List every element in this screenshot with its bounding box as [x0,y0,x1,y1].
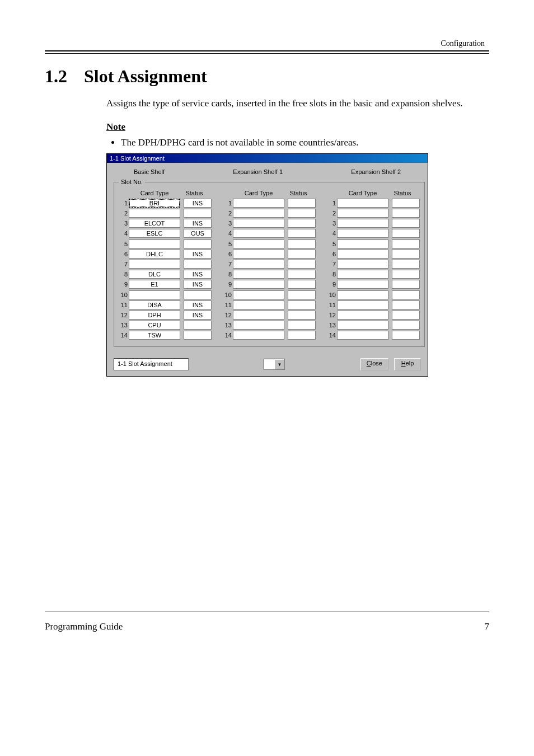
status-cell[interactable] [392,311,420,320]
help-button[interactable]: Help [394,358,421,370]
card-type-cell[interactable] [337,199,388,208]
status-cell[interactable] [288,290,316,299]
status-cell[interactable] [184,260,212,269]
card-type-cell[interactable] [337,209,388,218]
status-cell[interactable]: INS [184,250,212,259]
card-type-cell[interactable]: DLC [129,270,180,279]
card-type-cell[interactable]: ELCOT [129,219,180,228]
card-type-cell[interactable] [337,300,388,309]
card-type-cell[interactable] [129,290,180,299]
card-type-cell[interactable] [129,260,180,269]
slot-number: 4 [223,230,233,237]
card-type-cell[interactable] [337,331,388,340]
navigation-field[interactable]: 1-1 Slot Assignment [114,358,189,370]
status-cell[interactable] [392,321,420,330]
status-cell[interactable] [288,300,316,309]
card-type-cell[interactable] [233,290,284,299]
card-type-cell[interactable] [233,321,284,330]
status-cell[interactable] [288,270,316,279]
status-cell[interactable] [288,229,316,238]
status-cell[interactable] [288,321,316,330]
status-cell[interactable]: INS [184,300,212,309]
card-type-cell[interactable] [337,280,388,289]
status-cell[interactable] [392,199,420,208]
card-type-cell[interactable]: ESLC [129,229,180,238]
card-type-cell[interactable]: E1 [129,280,180,289]
status-cell[interactable] [392,219,420,228]
slot-row: 3 [327,219,420,228]
status-cell[interactable] [288,331,316,340]
status-cell[interactable] [288,250,316,259]
status-cell[interactable] [288,260,316,269]
status-cell[interactable] [392,300,420,309]
card-type-cell[interactable]: DPH [129,311,180,320]
status-cell[interactable] [184,290,212,299]
card-type-cell[interactable] [129,209,180,218]
status-cell[interactable]: INS [184,199,212,208]
status-cell[interactable] [392,250,420,259]
card-type-cell[interactable] [337,240,388,248]
card-type-cell[interactable] [337,270,388,279]
slot-row: 1 [223,198,316,208]
card-type-cell[interactable]: DHLC [129,250,180,259]
status-cell[interactable]: INS [184,280,212,289]
status-cell[interactable]: INS [184,219,212,228]
card-type-cell[interactable] [233,331,284,340]
status-cell[interactable] [288,240,316,248]
status-cell[interactable] [392,270,420,279]
status-cell[interactable] [184,209,212,218]
status-cell[interactable] [392,331,420,340]
card-type-cell[interactable] [337,321,388,330]
card-type-cell[interactable] [337,290,388,299]
card-type-cell[interactable] [233,199,284,208]
card-type-cell[interactable] [129,240,180,248]
card-type-cell[interactable] [233,280,284,289]
card-type-cell[interactable] [337,311,388,320]
slot-row: 14TSW [119,331,212,340]
status-cell[interactable]: OUS [184,229,212,238]
card-type-cell[interactable] [337,229,388,238]
status-cell[interactable] [288,209,316,218]
status-cell[interactable]: INS [184,270,212,279]
status-cell[interactable] [392,240,420,248]
card-type-cell[interactable] [233,240,284,248]
card-type-cell[interactable] [337,219,388,228]
card-type-cell[interactable]: BRI [129,199,180,208]
card-type-cell[interactable]: CPU [129,321,180,330]
card-type-cell[interactable] [233,260,284,269]
slot-number: 8 [327,271,337,278]
card-type-cell[interactable] [233,209,284,218]
exp2-shelf-column: Card Type Status 1234567891011121314 [327,190,420,341]
status-cell[interactable] [288,199,316,208]
status-cell[interactable] [184,240,212,248]
basic-shelf-column: Card Type Status 1BRIINS23ELCOTINS4ESLCO… [119,190,212,341]
navigation-dropdown[interactable]: ▼ [264,359,285,370]
card-type-cell[interactable] [233,250,284,259]
slot-row: 10 [327,290,420,299]
card-type-cell[interactable] [233,270,284,279]
status-cell[interactable] [288,219,316,228]
close-button[interactable]: Close [360,358,388,370]
status-cell[interactable] [184,331,212,340]
card-type-cell[interactable] [233,219,284,228]
card-type-cell[interactable] [337,250,388,259]
slot-row: 12 [223,310,316,320]
status-cell[interactable] [288,280,316,289]
slot-number: 10 [223,292,233,298]
status-cell[interactable] [392,290,420,299]
chevron-down-icon[interactable]: ▼ [274,359,284,369]
status-cell[interactable]: INS [184,311,212,320]
card-type-cell[interactable] [233,311,284,320]
status-cell[interactable] [392,280,420,289]
slot-number: 12 [223,312,233,318]
card-type-cell[interactable]: DISA [129,300,180,309]
card-type-cell[interactable]: TSW [129,331,180,340]
status-cell[interactable] [392,229,420,238]
status-cell[interactable] [184,321,212,330]
status-cell[interactable] [392,209,420,218]
card-type-cell[interactable] [233,229,284,238]
status-cell[interactable] [392,260,420,269]
card-type-cell[interactable] [337,260,388,269]
status-cell[interactable] [288,311,316,320]
card-type-cell[interactable] [233,300,284,309]
